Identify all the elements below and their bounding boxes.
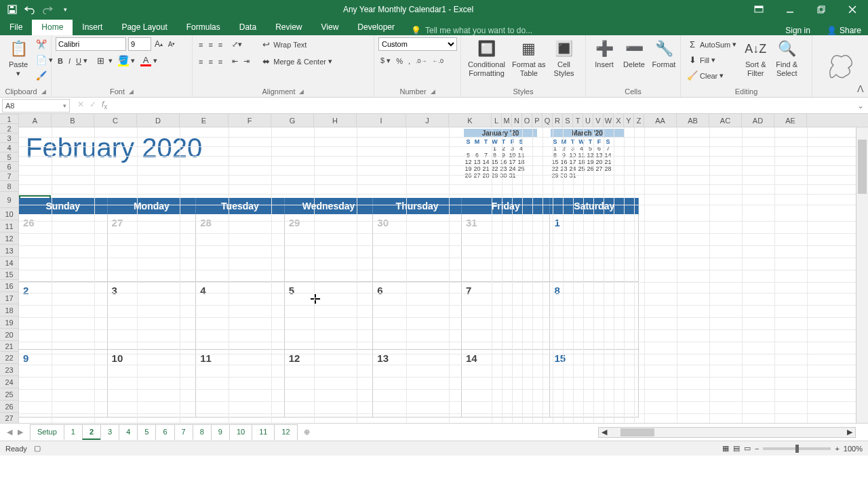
bold-button[interactable]: B <box>56 54 65 68</box>
dialog-launcher-icon[interactable]: ◢ <box>129 88 134 95</box>
sheet-tab[interactable]: 7 <box>174 424 193 440</box>
italic-button[interactable]: I <box>66 54 73 68</box>
zoom-slider[interactable] <box>763 447 831 450</box>
orientation-button[interactable]: ⤢▾ <box>230 37 244 52</box>
font-size-combo[interactable] <box>128 37 151 51</box>
maximize-icon[interactable] <box>806 0 837 19</box>
insert-cells-button[interactable]: ➕Insert <box>590 37 618 70</box>
next-sheet-icon[interactable]: ▶ <box>18 428 23 436</box>
underline-button[interactable]: U ▾ <box>74 54 90 68</box>
macro-record-icon[interactable]: ▢ <box>34 444 41 453</box>
align-left-button[interactable]: ≡ <box>197 54 205 68</box>
tab-data[interactable]: Data <box>230 20 266 35</box>
tab-developer[interactable]: Developer <box>348 20 404 35</box>
align-top-button[interactable]: ≡ <box>197 37 205 52</box>
decrease-indent-button[interactable]: ⇤ <box>230 54 240 68</box>
comma-button[interactable]: , <box>406 54 412 68</box>
prev-sheet-icon[interactable]: ◀ <box>7 428 12 436</box>
tab-home[interactable]: Home <box>32 20 73 35</box>
zoom-out-icon[interactable]: − <box>755 445 759 453</box>
shrink-font-icon[interactable]: A▾ <box>166 39 177 49</box>
sheet-tab[interactable]: Setup <box>30 424 64 440</box>
sheet-tab[interactable]: 2 <box>82 424 101 440</box>
tab-review[interactable]: Review <box>266 20 311 35</box>
dropdown-icon[interactable]: ▾ <box>63 102 66 109</box>
redo-icon[interactable] <box>39 1 56 18</box>
tell-me[interactable]: 💡Tell me what you want to do... <box>404 26 776 35</box>
fill-button[interactable]: ⬇Fill ▾ <box>685 53 738 67</box>
vertical-scrollbar[interactable] <box>856 127 868 423</box>
paste-button[interactable]: 📋Paste▾ <box>4 37 33 79</box>
fill-color-button[interactable]: 🪣▾ <box>116 54 137 68</box>
clear-button[interactable]: 🧹Clear ▾ <box>685 68 738 83</box>
new-sheet-icon[interactable]: ⊕ <box>297 428 317 436</box>
save-icon[interactable] <box>4 1 20 18</box>
align-center-button[interactable]: ≡ <box>206 54 214 68</box>
close-icon[interactable] <box>837 0 868 19</box>
zoom-percent[interactable]: 100% <box>844 445 863 453</box>
cancel-icon[interactable]: ✕ <box>77 100 84 110</box>
enter-icon[interactable]: ✓ <box>90 100 96 110</box>
column-headers[interactable]: ABCDEFGHIJKLMNOPQRSTUVWXYZAAABACADAE <box>19 114 868 127</box>
format-as-table-button[interactable]: ▦Format as Table <box>509 37 549 79</box>
fx-icon[interactable]: fx <box>102 100 107 110</box>
share-button[interactable]: 👤Share <box>820 26 868 35</box>
sheet-tab[interactable]: 9 <box>211 424 230 440</box>
dialog-launcher-icon[interactable]: ◢ <box>431 88 435 95</box>
dialog-launcher-icon[interactable]: ◢ <box>299 88 304 95</box>
align-bottom-button[interactable]: ≡ <box>216 37 224 52</box>
cell-styles-button[interactable]: 🔳Cell Styles <box>550 37 578 79</box>
view-normal-icon[interactable]: ▦ <box>722 444 729 453</box>
undo-icon[interactable] <box>22 1 38 18</box>
align-right-button[interactable]: ≡ <box>216 54 224 68</box>
format-cells-button[interactable]: 🔧Format <box>650 37 678 70</box>
qat-customize-icon[interactable]: ▾ <box>57 1 73 18</box>
merge-button[interactable]: ⬌Merge & Center ▾ <box>258 54 334 68</box>
sheet-tab[interactable]: 12 <box>274 424 297 440</box>
conditional-formatting-button[interactable]: 🔲Conditional Formatting <box>465 37 508 79</box>
sheet-tab[interactable]: 5 <box>137 424 156 440</box>
minimize-icon[interactable] <box>774 0 806 19</box>
tab-view[interactable]: View <box>312 20 349 35</box>
currency-button[interactable]: $ ▾ <box>378 54 393 68</box>
font-color-button[interactable]: A▾ <box>138 54 159 68</box>
number-format-combo[interactable]: Custom <box>378 37 457 51</box>
tab-page-layout[interactable]: Page Layout <box>112 20 176 35</box>
decrease-decimal-button[interactable]: ←.0 <box>431 54 446 68</box>
sort-filter-button[interactable]: A↓ZSort & Filter <box>741 37 770 83</box>
view-pagebreak-icon[interactable]: ▭ <box>744 444 751 453</box>
ribbon-options-icon[interactable] <box>743 0 774 19</box>
sheet-tab[interactable]: 11 <box>252 424 275 440</box>
borders-button[interactable]: ⊞▾ <box>94 54 115 68</box>
dialog-launcher-icon[interactable]: ◢ <box>41 88 46 95</box>
align-middle-button[interactable]: ≡ <box>206 37 214 52</box>
wrap-text-button[interactable]: ↩Wrap Text <box>258 37 334 52</box>
tab-file[interactable]: File <box>0 20 32 35</box>
increase-decimal-button[interactable]: .0→ <box>414 54 429 68</box>
sheet-tab[interactable]: 8 <box>193 424 212 440</box>
sheet-tab[interactable]: 6 <box>155 424 174 440</box>
expand-fbar-icon[interactable]: ⌄ <box>853 101 868 110</box>
worksheet-cells[interactable]: February 2020 January '20SMTWTFS12345678… <box>19 127 868 423</box>
sheet-tab[interactable]: 10 <box>229 424 252 440</box>
increase-indent-button[interactable]: ⇥ <box>241 54 252 68</box>
sign-in[interactable]: Sign in <box>776 26 820 35</box>
format-icon: 🔧 <box>654 39 674 59</box>
percent-button[interactable]: % <box>394 54 405 68</box>
sheet-tab[interactable]: 1 <box>64 424 83 440</box>
font-name-combo[interactable] <box>56 37 126 51</box>
sheet-tab[interactable]: 4 <box>119 424 138 440</box>
tab-formulas[interactable]: Formulas <box>177 20 230 35</box>
autosum-button[interactable]: ΣAutoSum ▾ <box>685 37 738 52</box>
zoom-in-icon[interactable]: + <box>835 445 839 453</box>
tab-insert[interactable]: Insert <box>73 20 112 35</box>
collapse-ribbon-icon[interactable]: ᐱ <box>857 83 864 94</box>
view-pagelayout-icon[interactable]: ▤ <box>733 444 740 453</box>
name-box[interactable]: A8▾ <box>2 99 70 113</box>
grow-font-icon[interactable]: A▴ <box>153 39 164 49</box>
sheet-tab[interactable]: 3 <box>100 424 119 440</box>
horizontal-scrollbar[interactable]: ◀▶ <box>598 427 856 438</box>
delete-cells-button[interactable]: ➖Delete <box>620 37 648 70</box>
row-headers[interactable]: 1234567891011121314151617181920212223242… <box>0 115 19 424</box>
find-select-button[interactable]: 🔍Find & Select <box>772 37 801 83</box>
